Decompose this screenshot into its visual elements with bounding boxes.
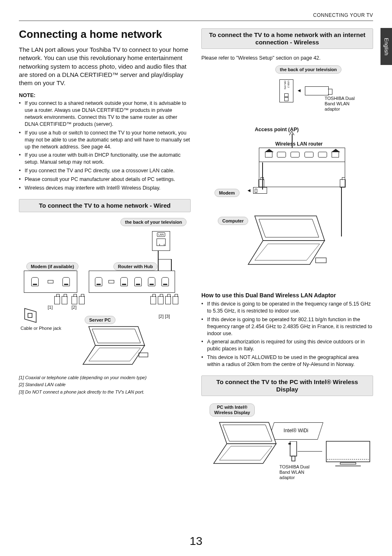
footnote-item: [2] Standard LAN cable [19, 381, 191, 389]
svg-rect-8 [340, 463, 356, 464]
footnote-item: [1] Coaxial or telephone cable (dependin… [19, 374, 191, 382]
footnotes: [1] Coaxial or telephone cable (dependin… [19, 374, 191, 396]
router-label: Router with Hub [113, 262, 157, 271]
list-item: Please consult your PC manufacturer abou… [19, 176, 191, 183]
svg-rect-2 [316, 258, 326, 263]
svg-rect-3 [290, 441, 297, 456]
modem-icon [247, 187, 267, 194]
list-item: Wireless devices may interfere with Inte… [19, 185, 191, 192]
svg-rect-0 [28, 313, 32, 317]
wireless-intro: Please refer to "Wireless Setup" section… [201, 55, 373, 61]
list-item: If you connect the TV and PC directly, u… [19, 167, 191, 174]
list-item: If you use a router with built-in DHCP f… [19, 152, 191, 166]
list-item: If you use a hub or switch to connect th… [19, 130, 191, 151]
intro-paragraph: The LAN port allows your Toshiba TV to c… [19, 46, 191, 87]
list-item: If you connect to a shared network outsi… [19, 100, 191, 128]
wireless-diagram: the back of your television USB 2 (WLAN)… [201, 65, 373, 287]
laptop-icon [72, 325, 150, 370]
laptop-icon-wireless [234, 213, 329, 271]
list-item: A general authorization is required for … [201, 338, 373, 352]
svg-rect-1 [139, 353, 148, 357]
list-item: If this device is going to be operated i… [201, 301, 373, 315]
wall-jack-icon [24, 308, 38, 324]
tv-back-label-wireless: the back of your television [275, 65, 341, 74]
arrow-left-icon [297, 87, 302, 94]
wlan-router-icon [259, 148, 345, 187]
lan-port-icon [152, 231, 170, 251]
list-item: This device is NOT ALLOWED to be used in… [201, 354, 373, 368]
left-column: Connecting a home network The LAN port a… [19, 28, 191, 500]
page-title: Connecting a home network [19, 28, 191, 40]
wlan-dongle-icon [305, 86, 329, 95]
wireless-section-heading: To connect the TV to a home network with… [201, 28, 373, 49]
language-tab: English [380, 28, 392, 65]
wlan-dongle-vertical-icon [288, 441, 299, 463]
modem-label-wireless: Modem [214, 189, 240, 197]
note-list: If you connect to a shared network outsi… [19, 100, 191, 192]
wlan-router-label: Wireless LAN router [275, 141, 323, 148]
svg-rect-4 [292, 456, 295, 461]
tv-back-label: the back of your television [120, 218, 187, 226]
dual-band-heading: How to use this Dual Band Wireless LAN A… [201, 292, 373, 299]
cable-ref-1: [1] [48, 304, 53, 310]
antenna-icon [289, 131, 294, 135]
widi-diagram: PC with Intel® Wireless Display Intel® W… [201, 402, 373, 496]
pc-widi-label: PC with Intel® Wireless Display [210, 403, 255, 417]
page-number: 13 [0, 534, 392, 549]
tv-outline-icon [325, 440, 371, 468]
wired-section-heading: To connect the TV to a home network - Wi… [19, 199, 191, 212]
widi-section-heading: To connect the TV to the PC with Intel® … [201, 375, 373, 396]
server-pc-label: Server PC [85, 316, 115, 324]
dual-band-list: If this device is going to be operated i… [201, 301, 373, 368]
page-breadcrumb: CONNECTING YOUR TV [19, 12, 373, 21]
modem-label: Modem (if available) [26, 262, 78, 271]
laptop-icon-widi [203, 421, 281, 470]
list-item: If this device is going to be operated f… [201, 316, 373, 337]
svg-rect-6 [326, 441, 370, 462]
modem-box-icon [24, 271, 77, 293]
svg-rect-5 [288, 443, 291, 445]
usb-port-icon: USB 2 (WLAN) [279, 79, 293, 102]
wired-diagram: the back of your television Modem (if av… [19, 218, 191, 370]
router-box-icon [89, 271, 175, 293]
adaptor-label: TOSHIBA Dual Band WLAN adaptor [325, 96, 362, 112]
cable-ref-2a: [2] [71, 304, 76, 310]
note-heading: NOTE: [19, 92, 191, 99]
adaptor-label-widi: TOSHIBA Dual Band WLAN adaptor [279, 464, 316, 481]
cable-jack-label: Cable or Phone jack [21, 326, 70, 331]
cable-ref-23: [2] [3] [159, 313, 170, 319]
right-column: To connect the TV to a home network with… [201, 28, 373, 500]
footnote-item: [3] Do NOT connect a phone jack directly… [19, 389, 191, 396]
